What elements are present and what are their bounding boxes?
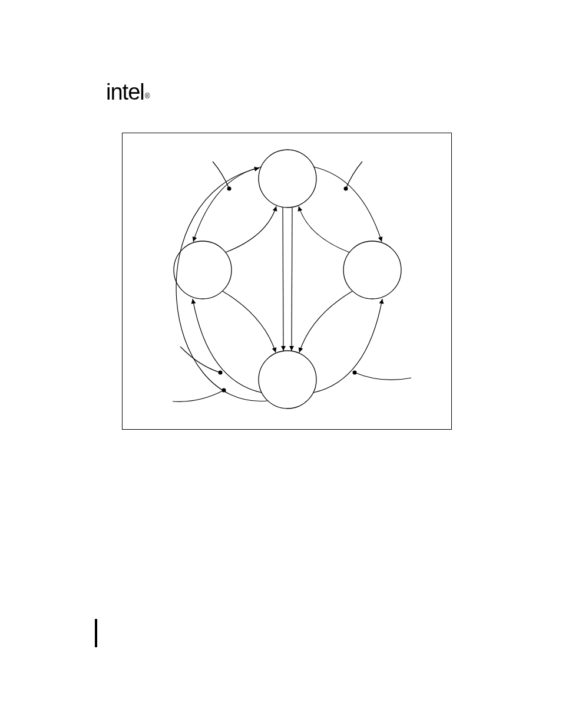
registered-mark: ® — [145, 92, 150, 100]
edge-top-to-bottom-2 — [292, 207, 292, 351]
logo-text: intel — [106, 80, 144, 104]
edge-top-to-right — [313, 167, 382, 242]
state-left — [174, 241, 232, 299]
edge-bottom-to-top-outer-left — [176, 168, 267, 401]
state-top — [259, 150, 316, 207]
edge-right-to-bottom — [299, 291, 352, 353]
state-right — [343, 241, 401, 299]
entry-tail — [173, 390, 224, 401]
change-bar — [95, 619, 97, 647]
edge-top-to-left — [193, 167, 262, 242]
page: intel® — [0, 0, 562, 728]
edge-left-to-top — [226, 206, 276, 252]
edge-right-to-top — [299, 206, 349, 252]
edge-left-to-bottom — [223, 291, 276, 353]
edge-top-to-bottom — [283, 207, 283, 351]
entry-tail — [355, 373, 411, 380]
intel-logo: intel® — [106, 80, 149, 105]
state-bottom — [259, 351, 316, 409]
state-diagram-frame — [122, 133, 452, 430]
state-diagram — [123, 133, 451, 429]
